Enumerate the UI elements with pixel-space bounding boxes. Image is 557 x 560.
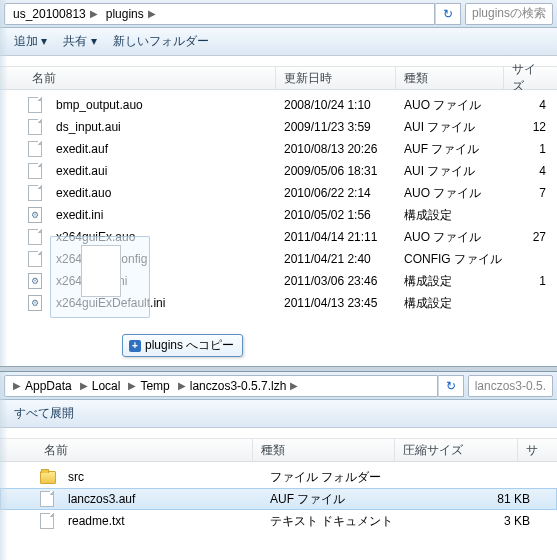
breadcrumb-seg[interactable]: ▶lanczos3-0.5.7.lzh▶ [176, 376, 305, 396]
cell-type: AUI ファイル [396, 163, 504, 180]
breadcrumb[interactable]: ▶AppData ▶Local ▶Temp ▶lanczos3-0.5.7.lz… [4, 375, 438, 397]
col-csize[interactable]: 圧縮サイズ [395, 439, 518, 461]
address-bar: ▶AppData ▶Local ▶Temp ▶lanczos3-0.5.7.lz… [0, 372, 557, 400]
table-row[interactable]: lanczos3.aufAUF ファイル81 KB [0, 488, 557, 510]
refresh-button[interactable]: ↻ [435, 3, 461, 25]
table-row[interactable]: ds_input.aui2009/11/23 3:59AUI ファイル12 [0, 116, 557, 138]
search-placeholder: pluginsの検索 [472, 5, 546, 22]
search-placeholder: lanczos3-0.5. [475, 379, 546, 393]
file-icon [28, 141, 42, 157]
col-size[interactable]: サイズ [504, 67, 554, 89]
table-row[interactable]: exedit.aui2009/05/06 18:31AUI ファイル4 [0, 160, 557, 182]
table-row[interactable]: exedit.ini2010/05/02 1:56構成設定 [0, 204, 557, 226]
cell-type: テキスト ドキュメント [262, 513, 410, 530]
file-icon [28, 229, 42, 245]
cell-type: 構成設定 [396, 295, 504, 312]
cell-name: exedit.auo [48, 186, 276, 200]
file-icon [40, 513, 54, 529]
file-icon [40, 491, 54, 507]
cell-date: 2010/08/13 20:26 [276, 142, 396, 156]
table-row[interactable]: readme.txtテキスト ドキュメント3 KB [0, 510, 557, 532]
cell-name: ds_input.aui [48, 120, 276, 134]
cell-name: exedit.ini [48, 208, 276, 222]
breadcrumb-seg[interactable]: ▶AppData [11, 376, 78, 396]
table-row[interactable]: srcファイル フォルダー [0, 466, 557, 488]
cell-type: AUO ファイル [396, 229, 504, 246]
config-icon [28, 295, 42, 311]
cell-size: 1 [504, 274, 554, 288]
cell-size: 1 [504, 142, 554, 156]
cell-type: CONFIG ファイル [396, 251, 504, 268]
cell-date: 2008/10/24 1:10 [276, 98, 396, 112]
table-row[interactable]: bmp_output.auo2008/10/24 1:10AUO ファイル4 [0, 94, 557, 116]
col-type[interactable]: 種類 [253, 439, 395, 461]
breadcrumb-seg[interactable]: ▶Temp [126, 376, 175, 396]
search-input[interactable]: pluginsの検索 [465, 3, 553, 25]
cell-type: AUF ファイル [262, 491, 410, 508]
column-headers: 名前 更新日時 種類 サイズ [0, 66, 557, 90]
cell-type: AUO ファイル [396, 97, 504, 114]
cell-size: 12 [504, 120, 554, 134]
cell-date: 2010/05/02 1:56 [276, 208, 396, 222]
file-icon [28, 185, 42, 201]
toolbar-share[interactable]: 共有 ▾ [57, 31, 102, 52]
col-type[interactable]: 種類 [396, 67, 504, 89]
cell-name: exedit.aui [48, 164, 276, 178]
col-attr[interactable]: サ [518, 439, 557, 461]
table-row[interactable]: exedit.auo2010/06/22 2:14AUO ファイル7 [0, 182, 557, 204]
refresh-icon: ↻ [443, 7, 453, 21]
table-row[interactable]: x264guiEx.ini2011/03/06 23:46構成設定1 [0, 270, 557, 292]
table-row[interactable]: x264guiEx.config2011/04/21 2:40CONFIG ファ… [0, 248, 557, 270]
column-headers: 名前 種類 圧縮サイズ サ [0, 438, 557, 462]
refresh-button[interactable]: ↻ [438, 375, 464, 397]
file-list: bmp_output.auo2008/10/24 1:10AUO ファイル4ds… [0, 90, 557, 318]
col-name[interactable]: 名前 [36, 439, 253, 461]
config-icon [28, 207, 42, 223]
search-input[interactable]: lanczos3-0.5. [468, 375, 553, 397]
table-row[interactable]: x264guiEx.auo2011/04/14 21:11AUO ファイル27 [0, 226, 557, 248]
cell-csize: 81 KB [410, 492, 538, 506]
cell-date: 2011/04/13 23:45 [276, 296, 396, 310]
toolbar-newfolder[interactable]: 新しいフォルダー [107, 31, 215, 52]
col-name[interactable]: 名前 [24, 67, 276, 89]
cell-date: 2010/06/22 2:14 [276, 186, 396, 200]
toolbar-add[interactable]: 追加 ▾ [8, 31, 53, 52]
cell-name: x264guiEx.auo [48, 230, 276, 244]
cell-name: x264guiExDefault.ini [48, 296, 276, 310]
cell-size: 27 [504, 230, 554, 244]
cell-type: ファイル フォルダー [262, 469, 410, 486]
cell-name: src [60, 470, 262, 484]
table-row[interactable]: exedit.auf2010/08/13 20:26AUF ファイル1 [0, 138, 557, 160]
file-icon [28, 119, 42, 135]
table-row[interactable]: x264guiExDefault.ini2011/04/13 23:45構成設定 [0, 292, 557, 314]
cell-date: 2009/05/06 18:31 [276, 164, 396, 178]
toolbar-extract-all[interactable]: すべて展開 [8, 403, 80, 424]
folder-icon [40, 471, 56, 484]
cell-name: readme.txt [60, 514, 262, 528]
cell-csize: 3 KB [410, 514, 538, 528]
cell-type: AUF ファイル [396, 141, 504, 158]
cell-size: 7 [504, 186, 554, 200]
cell-name: x264guiEx.ini [48, 274, 276, 288]
cell-type: 構成設定 [396, 273, 504, 290]
file-icon [28, 251, 42, 267]
cell-size: 4 [504, 98, 554, 112]
cell-date: 2011/04/21 2:40 [276, 252, 396, 266]
cell-type: AUO ファイル [396, 185, 504, 202]
cell-size: 4 [504, 164, 554, 178]
cell-name: x264guiEx.config [48, 252, 276, 266]
refresh-icon: ↻ [446, 379, 456, 393]
copy-tip-label: plugins へコピー [145, 337, 234, 354]
config-icon [28, 273, 42, 289]
breadcrumb-seg[interactable]: ▶Local [78, 376, 127, 396]
toolbar: すべて展開 [0, 400, 557, 428]
file-icon [28, 163, 42, 179]
drop-copy-tooltip: + plugins へコピー [122, 334, 243, 357]
breadcrumb-seg[interactable]: plugins▶ [104, 4, 162, 24]
breadcrumb-seg[interactable]: us_20100813▶ [11, 4, 104, 24]
col-date[interactable]: 更新日時 [276, 67, 396, 89]
cell-name: exedit.auf [48, 142, 276, 156]
cell-type: AUI ファイル [396, 119, 504, 136]
breadcrumb[interactable]: us_20100813▶ plugins▶ [4, 3, 435, 25]
explorer-window-bottom: ▶AppData ▶Local ▶Temp ▶lanczos3-0.5.7.lz… [0, 372, 557, 560]
